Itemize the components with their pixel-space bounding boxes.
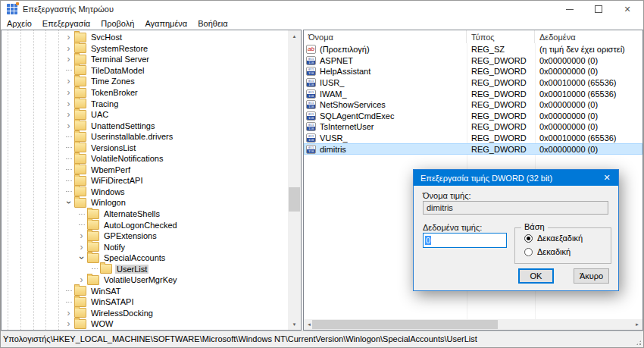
- scroll-up-icon[interactable]: ▲: [288, 30, 301, 42]
- tree-item-VersionsList[interactable]: VersionsList: [2, 142, 288, 153]
- value-name-field[interactable]: dimitris: [423, 201, 608, 215]
- menu-bar: ΑρχείοΕπεξεργασίαΠροβολήΑγαπημέναΒοήθεια: [1, 17, 643, 30]
- tree-item-GPExtensions[interactable]: ›GPExtensions: [2, 230, 288, 242]
- tree-item-WiFiDirectAPI[interactable]: WiFiDirectAPI: [2, 175, 288, 187]
- dword-icon-row: 110: [307, 61, 315, 64]
- chevron-right-icon[interactable]: ›: [64, 77, 73, 85]
- minimize-button[interactable]: [555, 1, 584, 17]
- radio-option-Δεκαεξαδική[interactable]: Δεκαεξαδική: [524, 234, 583, 243]
- list-scrollbar-thumb[interactable]: [312, 320, 498, 329]
- menu-item-Αρχείο[interactable]: Αρχείο: [2, 18, 37, 29]
- tree-item-SpecialAccounts[interactable]: ›SpecialAccounts: [2, 252, 288, 264]
- chevron-down-icon[interactable]: ›: [65, 198, 73, 208]
- scroll-right-icon[interactable]: ►: [632, 319, 642, 330]
- radio-selected-icon[interactable]: [524, 234, 533, 243]
- folder-icon: [74, 132, 86, 142]
- base-group-label: Βάση: [521, 222, 548, 231]
- value-row-dimitris[interactable]: 011110dimitrisREG_DWORD0x00000000 (0): [304, 143, 642, 155]
- dword-icon-row: 110: [307, 127, 315, 130]
- value-row-IUSR_[interactable]: 011110IUSR_REG_DWORD0x00010000 (65536): [304, 77, 642, 89]
- tree-vertical-scrollbar[interactable]: ▲ ▼: [288, 30, 301, 330]
- value-data-cell: 0x00010000 (65536): [535, 78, 642, 87]
- radio-unselected-icon[interactable]: [524, 248, 533, 256]
- dialog-close-button[interactable]: ✕: [596, 170, 618, 186]
- chevron-right-icon[interactable]: ›: [64, 89, 73, 96]
- chevron-right-icon[interactable]: ›: [64, 33, 73, 41]
- chevron-right-icon[interactable]: ›: [64, 55, 73, 63]
- tree-item-AlternateShells[interactable]: AlternateShells: [2, 208, 288, 220]
- tree-item-TokenBroker[interactable]: ›TokenBroker: [2, 87, 288, 99]
- chevron-right-icon[interactable]: ›: [77, 232, 86, 240]
- tree-item-Windows[interactable]: Windows: [2, 187, 288, 198]
- resize-grip-icon[interactable]: [636, 340, 642, 346]
- dialog-buttons: OK Άκυρο: [518, 268, 609, 284]
- column-header-type[interactable]: Τύπος: [467, 30, 535, 43]
- column-header-name[interactable]: Όνομα: [304, 30, 467, 43]
- tree-item-WOW[interactable]: ›WOW: [2, 318, 288, 330]
- maximize-button[interactable]: [584, 1, 613, 17]
- tree-scrollbar-thumb[interactable]: [289, 187, 300, 212]
- chevron-right-icon[interactable]: ›: [64, 309, 73, 317]
- tree-item-SvcHost[interactable]: ›SvcHost: [2, 32, 288, 43]
- tree-item-label: WirelessDocking: [89, 309, 155, 318]
- tree-item-label: VolatileUserMgrKey: [102, 275, 179, 284]
- chevron-right-icon[interactable]: ›: [64, 111, 73, 118]
- tree-item-UnattendSettings[interactable]: ›UnattendSettings: [2, 120, 288, 131]
- value-name-text: VUSR_: [320, 133, 348, 143]
- chevron-right-icon[interactable]: ›: [77, 243, 86, 251]
- tree-item-UAC[interactable]: ›UAC: [2, 109, 288, 121]
- value-row-HelpAssistant[interactable]: 011110HelpAssistantREG_DWORD0x00000000 (…: [304, 66, 642, 77]
- value-row-(Προεπιλογή)[interactable]: ab(Προεπιλογή)REG_SZ(η τιμή δεν έχει ορι…: [304, 44, 642, 55]
- tree-item-WinSAT[interactable]: WinSAT: [2, 286, 288, 297]
- value-row-ASPNET[interactable]: 011110ASPNETREG_DWORD0x00000000 (0): [304, 55, 642, 67]
- radio-option-Δεκαδική[interactable]: Δεκαδική: [524, 247, 571, 256]
- value-row-TsInternetUser[interactable]: 011110TsInternetUserREG_DWORD0x00000000 …: [304, 121, 642, 133]
- tree-item-Terminal Server[interactable]: ›Terminal Server: [2, 54, 288, 65]
- value-data-cell: 0x00000000 (0): [535, 145, 642, 154]
- value-data-field[interactable]: 0: [423, 233, 507, 248]
- tree-item-TileDataModel[interactable]: TileDataModel: [2, 65, 288, 77]
- ok-button[interactable]: OK: [518, 268, 554, 284]
- value-row-VUSR_[interactable]: 011110VUSR_REG_DWORD0x00010000 (65536): [304, 133, 642, 144]
- chevron-right-icon[interactable]: ›: [64, 122, 73, 130]
- tree-item-VolatileNotifications[interactable]: VolatileNotifications: [2, 153, 288, 165]
- value-type-cell: REG_DWORD: [467, 133, 535, 143]
- cancel-button[interactable]: Άκυρο: [574, 268, 609, 284]
- folder-icon: [74, 319, 86, 329]
- scroll-down-icon[interactable]: ▼: [288, 318, 301, 330]
- chevron-right-icon[interactable]: ›: [64, 100, 73, 108]
- tree-item-label: UserList: [115, 265, 148, 274]
- folder-icon: [74, 187, 86, 196]
- value-row-NetShowServices[interactable]: 011110NetShowServicesREG_DWORD0x00000000…: [304, 99, 642, 111]
- tree-item-UserList[interactable]: UserList: [2, 263, 288, 274]
- value-row-IWAM_[interactable]: 011110IWAM_REG_DWORD0x00010000 (65536): [304, 88, 642, 99]
- tree-item-SystemRestore[interactable]: ›SystemRestore: [2, 43, 288, 55]
- column-header-data[interactable]: Δεδομένα: [535, 30, 642, 43]
- menu-item-Επεξεργασία[interactable]: Επεξεργασία: [37, 18, 95, 29]
- tree-item-WinSATAPI[interactable]: WinSATAPI: [2, 296, 288, 308]
- tree-item-Userinstallable.drivers[interactable]: Userinstallable.drivers: [2, 131, 288, 143]
- value-row-SQLAgentCmdExec[interactable]: 011110SQLAgentCmdExecREG_DWORD0x00000000…: [304, 111, 642, 122]
- close-button[interactable]: ✕: [613, 1, 642, 17]
- tree-item-Notify[interactable]: ›Notify: [2, 241, 288, 252]
- list-horizontal-scrollbar[interactable]: ◄ ►: [304, 319, 642, 330]
- value-type-cell: REG_DWORD: [467, 89, 535, 99]
- folder-icon: [100, 264, 112, 274]
- chevron-right-icon[interactable]: ›: [64, 320, 73, 328]
- tree-item-Tracing[interactable]: ›Tracing: [2, 98, 288, 109]
- tree-item-Winlogon[interactable]: ›Winlogon: [2, 197, 288, 208]
- tree-item-WirelessDocking[interactable]: ›WirelessDocking: [2, 308, 288, 319]
- chevron-down-icon[interactable]: ›: [78, 253, 86, 263]
- menu-item-Βοήθεια[interactable]: Βοήθεια: [192, 18, 233, 29]
- chevron-right-icon[interactable]: ›: [64, 45, 73, 52]
- folder-icon: [74, 65, 86, 75]
- menu-item-Προβολή[interactable]: Προβολή: [95, 18, 139, 29]
- menu-item-Αγαπημένα[interactable]: Αγαπημένα: [139, 18, 192, 29]
- tree-item-AutoLogonChecked[interactable]: AutoLogonChecked: [2, 219, 288, 230]
- tree-item-WbemPerf[interactable]: WbemPerf: [2, 165, 288, 176]
- chevron-right-icon[interactable]: ›: [77, 276, 86, 284]
- tree-connector: [64, 290, 73, 291]
- tree-item-Time Zones[interactable]: ›Time Zones: [2, 76, 288, 87]
- tree-item-VolatileUserMgrKey[interactable]: ›VolatileUserMgrKey: [2, 274, 288, 286]
- dialog-title-bar[interactable]: Επεξεργασία τιμής DWORD (32 bit): [414, 170, 618, 186]
